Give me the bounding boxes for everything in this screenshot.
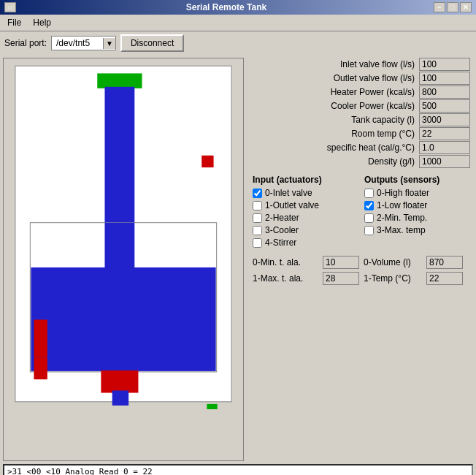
actuators-title: Input (actuators) bbox=[253, 175, 358, 185]
param-label-5: Room temp (°C) bbox=[253, 129, 419, 139]
bottom-input2-0[interactable] bbox=[426, 256, 463, 269]
port-select[interactable]: /dev/tnt5 ▼ bbox=[51, 36, 116, 50]
sensor-label-1: 1-Low floater bbox=[377, 200, 427, 210]
main-area: Inlet valve flow (l/s) Outlet valve flow… bbox=[0, 55, 476, 464]
menu-file[interactable]: File bbox=[3, 16, 26, 29]
actuator-label-2: 2-Heater bbox=[265, 213, 299, 223]
param-label-2: Heater Power (kcal/s) bbox=[253, 87, 419, 97]
bottom-input2-1[interactable] bbox=[426, 272, 463, 285]
sensor-check-0[interactable] bbox=[364, 189, 374, 198]
title-bar: □ Serial Remote Tank − □ ✕ bbox=[0, 0, 476, 15]
svg-rect-8 bbox=[34, 357, 47, 380]
menu-help[interactable]: Help bbox=[28, 16, 55, 29]
param-row-0: Inlet valve flow (l/s) bbox=[253, 58, 470, 71]
sensor-label-3: 3-Max. temp bbox=[377, 225, 426, 235]
actuator-row-4: 4-Stirrer bbox=[253, 238, 358, 248]
param-input-6[interactable] bbox=[419, 141, 470, 154]
actuator-label-4: 4-Stirrer bbox=[265, 238, 296, 248]
actuators-col: Input (actuators) 0-Inlet valve 1-Outlet… bbox=[253, 175, 358, 250]
param-input-5[interactable] bbox=[419, 127, 470, 140]
tank-canvas bbox=[4, 58, 243, 409]
param-row-1: Outlet valve flow (l/s) bbox=[253, 72, 470, 85]
sensor-label-2: 2-Min. Temp. bbox=[377, 213, 427, 223]
sensors-title: Outputs (sensors) bbox=[364, 175, 470, 185]
param-label-7: Density (g/l) bbox=[253, 156, 419, 167]
sensor-check-2[interactable] bbox=[364, 213, 374, 223]
actuator-check-0[interactable] bbox=[253, 189, 262, 198]
param-input-2[interactable] bbox=[419, 86, 470, 99]
param-input-3[interactable] bbox=[419, 99, 470, 113]
actuator-row-2: 2-Heater bbox=[253, 213, 358, 223]
tank-panel bbox=[3, 58, 244, 461]
svg-rect-6 bbox=[104, 223, 134, 269]
svg-rect-11 bbox=[112, 390, 128, 405]
actuator-row-3: 3-Cooler bbox=[253, 225, 358, 235]
bottom-input1-1[interactable] bbox=[323, 272, 359, 285]
log-area[interactable]: >31 <00 <10 Analog Read 0 = 22>10 <00 Di… bbox=[3, 464, 473, 475]
bottom-input1-0[interactable] bbox=[323, 256, 359, 269]
bottom-label1-0: 0-Min. t. ala. bbox=[253, 257, 318, 267]
param-row-2: Heater Power (kcal/s) bbox=[253, 86, 470, 99]
param-label-0: Inlet valve flow (l/s) bbox=[253, 59, 419, 69]
io-section: Input (actuators) 0-Inlet valve 1-Outlet… bbox=[253, 175, 470, 250]
param-label-1: Outlet valve flow (l/s) bbox=[253, 73, 419, 83]
window-title: Serial Remote Tank bbox=[19, 2, 434, 12]
actuator-label-1: 1-Outlet valve bbox=[265, 200, 319, 210]
port-value: /dev/tnt5 bbox=[52, 37, 103, 50]
param-input-1[interactable] bbox=[419, 72, 470, 85]
bottom-label1-1: 1-Max. t. ala. bbox=[253, 273, 318, 284]
toolbar: Serial port: /dev/tnt5 ▼ Disconnect bbox=[0, 31, 476, 55]
param-row-6: specific heat (cal/g.°C) bbox=[253, 141, 470, 154]
actuator-row-0: 0-Inlet valve bbox=[253, 188, 358, 198]
actuator-check-1[interactable] bbox=[253, 201, 262, 210]
param-input-4[interactable] bbox=[419, 113, 470, 126]
svg-rect-5 bbox=[31, 267, 215, 371]
actuator-label-3: 3-Cooler bbox=[265, 225, 299, 235]
param-label-6: specific heat (cal/g.°C) bbox=[253, 142, 419, 153]
sensor-row-0: 0-High floater bbox=[364, 188, 470, 198]
window-icon: □ bbox=[4, 2, 16, 12]
actuator-label-0: 0-Inlet valve bbox=[265, 188, 312, 198]
actuator-check-3[interactable] bbox=[253, 226, 262, 235]
svg-rect-9 bbox=[101, 370, 138, 393]
actuator-check-2[interactable] bbox=[253, 213, 262, 223]
actuator-check-4[interactable] bbox=[253, 238, 262, 248]
bottom-label2-0: 0-Volume (l) bbox=[364, 257, 422, 267]
port-dropdown-arrow[interactable]: ▼ bbox=[103, 38, 115, 49]
sensor-label-0: 0-High floater bbox=[377, 188, 429, 198]
bottom-label2-1: 1-Temp (°C) bbox=[364, 273, 422, 284]
sensor-check-1[interactable] bbox=[364, 201, 374, 210]
param-label-3: Cooler Power (kcal/s) bbox=[253, 101, 419, 111]
log-line-0: >31 <00 <10 Analog Read 0 = 22 bbox=[7, 467, 469, 475]
bottom-row-0: 0-Min. t. ala. 0-Volume (l) bbox=[253, 256, 470, 269]
minimize-button[interactable]: − bbox=[434, 2, 445, 12]
svg-rect-7 bbox=[34, 319, 47, 357]
maximize-button[interactable]: □ bbox=[447, 2, 458, 12]
param-input-0[interactable] bbox=[419, 58, 470, 71]
sensor-row-2: 2-Min. Temp. bbox=[364, 213, 470, 223]
actuator-row-1: 1-Outlet valve bbox=[253, 200, 358, 210]
serial-port-label: Serial port: bbox=[4, 38, 47, 48]
sensor-row-1: 1-Low floater bbox=[364, 200, 470, 210]
sensors-col: Outputs (sensors) 0-High floater 1-Low f… bbox=[364, 175, 470, 250]
svg-rect-10 bbox=[207, 404, 217, 409]
param-row-7: Density (g/l) bbox=[253, 155, 470, 168]
params-section: Inlet valve flow (l/s) Outlet valve flow… bbox=[253, 58, 470, 169]
svg-rect-2 bbox=[104, 87, 134, 236]
right-panel: Inlet valve flow (l/s) Outlet valve flow… bbox=[247, 55, 476, 464]
svg-rect-3 bbox=[201, 156, 213, 167]
param-row-3: Cooler Power (kcal/s) bbox=[253, 99, 470, 113]
sensor-row-3: 3-Max. temp bbox=[364, 225, 470, 235]
param-label-4: Tank capacity (l) bbox=[253, 115, 419, 125]
bottom-inputs-section: 0-Min. t. ala. 0-Volume (l) 1-Max. t. al… bbox=[253, 256, 470, 285]
sensor-check-3[interactable] bbox=[364, 226, 374, 235]
param-input-7[interactable] bbox=[419, 155, 470, 168]
param-row-4: Tank capacity (l) bbox=[253, 113, 470, 126]
close-button[interactable]: ✕ bbox=[460, 2, 472, 12]
log-content: >31 <00 <10 Analog Read 0 = 22>10 <00 Di… bbox=[7, 467, 469, 475]
disconnect-button[interactable]: Disconnect bbox=[120, 34, 184, 52]
bottom-row-1: 1-Max. t. ala. 1-Temp (°C) bbox=[253, 272, 470, 285]
menu-bar: File Help bbox=[0, 15, 476, 31]
svg-rect-1 bbox=[97, 73, 142, 88]
param-row-5: Room temp (°C) bbox=[253, 127, 470, 140]
